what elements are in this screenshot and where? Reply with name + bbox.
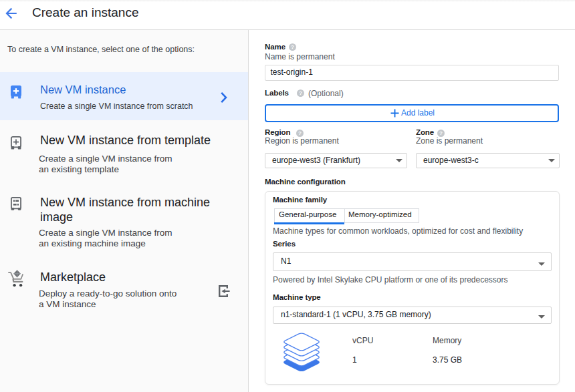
svg-text:?: ? xyxy=(298,130,302,136)
svg-text:?: ? xyxy=(291,44,294,50)
svg-text:?: ? xyxy=(439,130,443,136)
svg-text:?: ? xyxy=(299,90,302,96)
